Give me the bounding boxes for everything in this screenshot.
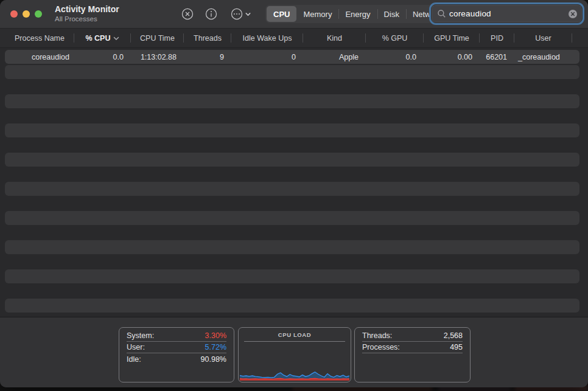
cpu-load-title: CPU LOAD <box>239 331 351 338</box>
column-header-label: % GPU <box>382 34 408 43</box>
stat-value: 5.72% <box>205 343 226 351</box>
cell-gpu-time: 0.00 <box>424 50 480 64</box>
tab-cpu[interactable]: CPU <box>267 6 296 22</box>
tab-memory[interactable]: Memory <box>296 6 338 22</box>
stat-label: User: <box>127 343 145 351</box>
empty-table-stripe <box>5 269 579 283</box>
window-subtitle: All Processes <box>55 15 119 23</box>
cpu-load-divider <box>244 341 345 342</box>
column-header-label: PID <box>491 34 503 43</box>
stat-label: Processes: <box>362 343 400 351</box>
empty-table-stripe <box>5 123 579 137</box>
title-bar: Activity Monitor All Processes <box>0 0 588 28</box>
cell--gpu: 0.0 <box>366 50 424 64</box>
cell--cpu: 0.0 <box>74 50 131 64</box>
search-field[interactable]: coreaudiod <box>431 4 583 23</box>
column-header--cpu[interactable]: % CPU <box>74 29 131 47</box>
cell-process-name: coreaudiod <box>5 50 74 64</box>
column-header-threads[interactable]: Threads <box>184 29 231 47</box>
column-header-label: Kind <box>327 34 342 43</box>
stat-value: 2,568 <box>444 331 463 340</box>
circled-info-icon <box>205 7 218 21</box>
stat-user: User:5.72% <box>127 342 226 353</box>
close-window-button[interactable] <box>10 10 18 18</box>
process-table: coreaudiod0.01:13:02.8890Apple0.00.00662… <box>0 49 588 317</box>
empty-table-stripe <box>5 65 579 79</box>
empty-table-stripe <box>5 182 579 196</box>
column-header-kind[interactable]: Kind <box>303 29 366 47</box>
column-header--gpu[interactable]: % GPU <box>366 29 424 47</box>
circled-ellipsis-icon <box>230 7 243 21</box>
minimize-window-button[interactable] <box>23 10 30 18</box>
tab-disk[interactable]: Disk <box>377 6 406 22</box>
quit-process-button[interactable] <box>181 7 194 21</box>
column-header-label: Threads <box>194 34 222 43</box>
cell-kind: Apple <box>303 50 366 64</box>
stat-label: Idle: <box>127 355 141 364</box>
cpu-percentages-panel: System:3.30%User:5.72%Idle:90.98% <box>119 327 234 382</box>
status-footer: System:3.30%User:5.72%Idle:90.98% CPU LO… <box>0 317 588 387</box>
column-header-label: Process Name <box>15 34 65 43</box>
stat-value: 90.98% <box>201 355 226 364</box>
zoom-window-button[interactable] <box>35 10 42 18</box>
process-row-coreaudiod[interactable]: coreaudiod0.01:13:02.8890Apple0.00.00662… <box>5 50 579 64</box>
column-header-cpu-time[interactable]: CPU Time <box>131 29 184 47</box>
column-header-process-name[interactable]: Process Name <box>5 29 74 47</box>
clear-search-icon[interactable] <box>568 9 578 19</box>
cell-gutter <box>572 50 579 64</box>
circled-x-icon <box>181 7 194 21</box>
sort-descending-icon <box>113 36 119 41</box>
stat-system: System:3.30% <box>127 330 226 342</box>
window-title: Activity Monitor <box>55 4 119 15</box>
column-header-label: Idle Wake Ups <box>243 34 292 43</box>
column-header-label: % CPU <box>86 34 111 43</box>
column-header-idle-wake-ups[interactable]: Idle Wake Ups <box>231 29 303 47</box>
inspect-process-button[interactable] <box>205 7 218 21</box>
cell-pid: 66201 <box>480 50 514 64</box>
stat-label: Threads: <box>362 331 392 340</box>
empty-table-stripe <box>5 94 579 108</box>
search-icon <box>437 9 446 18</box>
stat-threads: Threads:2,568 <box>362 330 463 342</box>
table-header: Process Name% CPUCPU TimeThreadsIdle Wak… <box>0 28 588 48</box>
stat-value: 495 <box>450 343 463 351</box>
empty-table-stripe <box>5 211 579 225</box>
cpu-load-panel: CPU LOAD <box>238 327 351 382</box>
column-header-label: CPU Time <box>140 34 175 43</box>
stat-label: System: <box>127 331 154 340</box>
column-header-gutter <box>572 29 579 47</box>
cell-threads: 9 <box>184 50 231 64</box>
more-options-button[interactable] <box>230 7 243 21</box>
view-tabs: CPUMemoryEnergyDiskNetwork <box>265 5 450 23</box>
search-input[interactable]: coreaudiod <box>449 9 568 18</box>
stat-value: 3.30% <box>205 331 226 340</box>
column-header-user[interactable]: User <box>514 29 572 47</box>
activity-monitor-window: Activity Monitor All Processes <box>0 0 588 387</box>
column-header-pid[interactable]: PID <box>480 29 514 47</box>
cell-idle-wake-ups: 0 <box>231 50 303 64</box>
cell-user: _coreaudiod <box>514 50 572 64</box>
empty-table-stripe <box>5 240 579 254</box>
stat-processes: Processes:495 <box>362 342 463 353</box>
column-header-label: GPU Time <box>434 34 469 43</box>
cell-cpu-time: 1:13:02.88 <box>131 50 184 64</box>
empty-table-stripe <box>5 299 579 313</box>
column-header-label: User <box>535 34 551 43</box>
empty-table-stripe <box>5 153 579 167</box>
window-title-block: Activity Monitor All Processes <box>55 4 119 23</box>
counts-panel: Threads:2,568Processes:495 <box>354 327 471 382</box>
cpu-load-graph <box>240 362 349 381</box>
chevron-down-icon[interactable] <box>245 11 251 18</box>
tab-energy[interactable]: Energy <box>338 6 377 22</box>
stat-idle: Idle:90.98% <box>127 353 226 365</box>
column-header-gpu-time[interactable]: GPU Time <box>424 29 480 47</box>
